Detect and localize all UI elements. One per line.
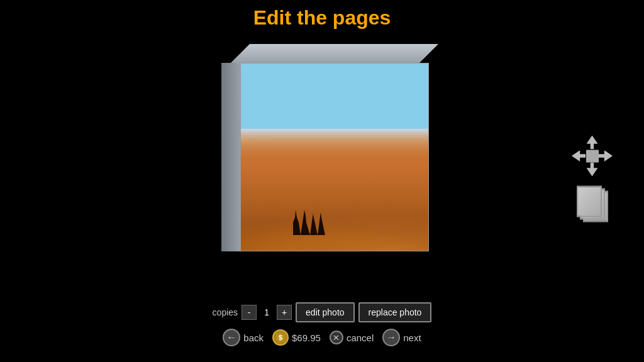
back-arrow-icon: ←: [223, 329, 240, 346]
nav-row: ← back $ $69.95 ✕ cancel → next: [223, 329, 421, 346]
decrease-copies-button[interactable]: -: [242, 305, 257, 320]
back-label: back: [243, 332, 264, 343]
view-controls: [572, 136, 613, 227]
price-coin-icon: $: [272, 329, 289, 346]
replace-photo-button[interactable]: replace photo: [358, 302, 432, 322]
arrow-down-icon: [587, 163, 598, 177]
arrow-up-icon: [587, 136, 598, 150]
cancel-label: cancel: [347, 332, 374, 343]
bottom-controls: copies - 1 + edit photo replace photo ← …: [0, 302, 644, 346]
book-front-photo: [240, 63, 429, 251]
stack-pages-icon[interactable]: [572, 186, 613, 227]
book-top-edge: [231, 44, 438, 63]
price-nav-item: $ $69.95: [272, 329, 321, 346]
book-spine: [221, 63, 240, 251]
center-block: [586, 150, 599, 162]
copies-row: copies - 1 + edit photo replace photo: [213, 302, 432, 322]
edit-photo-button[interactable]: edit photo: [296, 302, 355, 322]
arrow-left-icon: [572, 150, 586, 162]
page-title: Edit the pages: [0, 6, 644, 30]
cancel-nav-item[interactable]: ✕ cancel: [330, 331, 374, 344]
next-label: next: [403, 332, 421, 343]
copies-label: copies: [213, 307, 238, 317]
copies-value: 1: [260, 307, 273, 317]
page-layer-3: [577, 186, 602, 217]
price-label: $69.95: [292, 332, 321, 343]
arrow-right-icon: [599, 150, 613, 162]
cancel-x-icon: ✕: [330, 331, 343, 344]
next-nav-item[interactable]: → next: [382, 329, 421, 346]
move-rotate-icon[interactable]: [572, 136, 613, 177]
increase-copies-button[interactable]: +: [277, 305, 292, 320]
book-preview: [203, 44, 441, 283]
back-nav-item[interactable]: ← back: [223, 329, 264, 346]
next-arrow-icon: →: [382, 329, 400, 346]
book-3d-model: [221, 44, 423, 251]
